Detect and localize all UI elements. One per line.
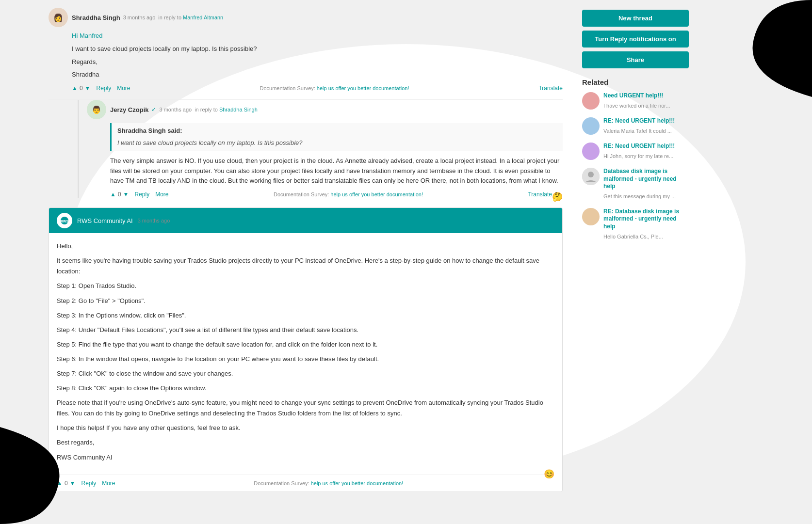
- doc-survey-link-shraddha[interactable]: help us offer you better documentation!: [317, 85, 409, 91]
- vote-down-shraddha[interactable]: ▼: [85, 85, 91, 92]
- related-item-2[interactable]: RE: Need URGENT help!!! Hi John, sorry f…: [582, 143, 689, 160]
- vote-up-jerzy[interactable]: ▲: [110, 191, 116, 198]
- verified-badge-jerzy: ✓: [151, 106, 156, 113]
- ai-step-3: Step 3: In the Options window, click on …: [57, 310, 554, 321]
- ai-step-4: Step 4: Under "Default Files Locations",…: [57, 325, 554, 335]
- ai-response-body: Hello, It seems like you're having troub…: [49, 233, 562, 475]
- related-link-1[interactable]: RE: Need URGENT help!!!: [603, 117, 689, 125]
- more-btn-jerzy[interactable]: More: [155, 191, 168, 198]
- vote-count-shraddha: 0: [80, 85, 83, 92]
- share-btn[interactable]: Share: [582, 51, 689, 68]
- translate-btn-shraddha[interactable]: Translate: [538, 85, 563, 92]
- related-excerpt-3: Get this message during my ...: [603, 193, 676, 199]
- avatar-shraddha: 👩: [49, 8, 68, 27]
- reply-btn-shraddha[interactable]: Reply: [96, 85, 111, 92]
- more-btn-shraddha[interactable]: More: [117, 85, 130, 92]
- timestamp-jerzy: 3 months ago: [159, 107, 192, 112]
- vote-up-shraddha[interactable]: ▲: [72, 85, 78, 92]
- ai-greeting: Hello,: [57, 241, 554, 252]
- vote-up-ai[interactable]: ▲: [57, 480, 63, 487]
- reply-to-shraddha: in reply to Manfred Altmann: [158, 15, 223, 20]
- ai-step-8: Step 8: Click "OK" again to close the Op…: [57, 383, 554, 394]
- related-avatar-4: [582, 208, 600, 225]
- doc-survey-jerzy: Documentation Survey: help us offer you …: [175, 191, 522, 197]
- reply-btn-ai[interactable]: Reply: [81, 480, 96, 487]
- quote-block-jerzy: Shraddha Singh said: I want to save clou…: [110, 123, 563, 151]
- related-excerpt-1: Valeria Maria Tafel It could ...: [603, 128, 672, 134]
- ai-response-header: RWS RWS Community AI 3 months ago: [49, 208, 562, 233]
- reply-to-link-jerzy[interactable]: Shraddha Singh: [219, 107, 258, 112]
- author-jerzy: Jerzy Czopik: [110, 106, 148, 113]
- avatar-jerzy: 👨: [87, 100, 106, 119]
- right-sidebar: New thread Turn Reply notifications on S…: [572, 0, 689, 524]
- svg-point-3: [588, 172, 594, 177]
- reply-notifications-btn[interactable]: Turn Reply notifications on: [582, 31, 689, 48]
- related-avatar-0: [582, 92, 600, 110]
- vote-widget-shraddha: ▲ 0 ▼: [72, 85, 90, 92]
- related-link-0[interactable]: Need URGENT help!!!: [603, 92, 689, 100]
- translate-btn-jerzy[interactable]: Translate: [528, 191, 552, 198]
- ai-signature: RWS Community AI: [57, 452, 554, 463]
- vote-down-ai[interactable]: ▼: [70, 480, 76, 487]
- related-link-3[interactable]: Database disk image is malformed - urgen…: [603, 168, 689, 191]
- jerzy-body-text: The very simple answer is NO. If you use…: [110, 156, 563, 186]
- quote-text-jerzy: I want to save cloud projects locally on…: [117, 138, 557, 148]
- comment-shraddha: 👩 Shraddha Singh 3 months ago in reply t…: [49, 0, 563, 100]
- comment-actions-shraddha: ▲ 0 ▼ Reply More Documentation Survey: h…: [72, 85, 563, 92]
- comment-body-shraddha: Hi Manfred I want to save cloud projects…: [72, 31, 563, 80]
- related-item-4[interactable]: RE: Database disk image is malformed - u…: [582, 208, 689, 240]
- vote-down-jerzy[interactable]: ▼: [123, 191, 129, 198]
- related-item-3[interactable]: Database disk image is malformed - urgen…: [582, 168, 689, 200]
- related-text-1: RE: Need URGENT help!!! Valeria Maria Ta…: [603, 117, 689, 135]
- emoji-jerzy[interactable]: 🤔: [552, 190, 563, 204]
- related-excerpt-4: Hello Gabriella Cs., Ple...: [603, 234, 663, 239]
- related-item-0[interactable]: Need URGENT help!!! I have worked on a f…: [582, 92, 689, 110]
- comment-actions-jerzy: ▲ 0 ▼ Reply More Documentation Survey: h…: [110, 191, 552, 198]
- related-text-3: Database disk image is malformed - urgen…: [603, 168, 689, 200]
- related-text-2: RE: Need URGENT help!!! Hi John, sorry f…: [603, 143, 689, 160]
- new-thread-btn[interactable]: New thread: [582, 10, 689, 27]
- ai-onedrive-note: Please note that if you're using OneDriv…: [57, 397, 554, 419]
- comment-body-jerzy: Shraddha Singh said: I want to save clou…: [110, 123, 563, 186]
- related-text-0: Need URGENT help!!! I have worked on a f…: [603, 92, 689, 110]
- greeting-shraddha: Hi Manfred: [72, 32, 103, 39]
- doc-survey-ai: Documentation Survey: help us offer you …: [121, 480, 536, 486]
- reply-btn-jerzy[interactable]: Reply: [134, 191, 149, 198]
- ai-step-6: Step 6: In the window that opens, naviga…: [57, 354, 554, 365]
- related-title: Related: [582, 78, 689, 86]
- ai-logo: RWS: [57, 213, 72, 228]
- reply-to-link-shraddha[interactable]: Manfred Altmann: [183, 15, 223, 20]
- related-text-4: RE: Database disk image is malformed - u…: [603, 208, 689, 240]
- ai-response-footer: ▲ 0 ▼ Reply More Documentation Survey: h…: [49, 475, 544, 492]
- related-section: Related Need URGENT help!!! I have worke…: [582, 78, 689, 240]
- author-shraddha: Shraddha Singh: [72, 14, 120, 21]
- quote-attribution-jerzy: Shraddha Singh said:: [117, 126, 557, 136]
- related-avatar-1: [582, 117, 600, 135]
- body-line-1: I want to save cloud projects locally on…: [72, 44, 563, 54]
- vote-count-jerzy: 0: [118, 191, 121, 198]
- body-line-3: Shraddha: [72, 70, 563, 80]
- doc-survey-link-ai[interactable]: help us offer you better documentation!: [311, 480, 404, 486]
- related-excerpt-0: I have worked on a file nor...: [603, 103, 670, 109]
- doc-survey-link-jerzy[interactable]: help us offer you better documentation!: [330, 191, 423, 197]
- ai-step-1: Step 1: Open Trados Studio.: [57, 281, 554, 291]
- ai-step-2: Step 2: Go to "File" > "Options".: [57, 296, 554, 306]
- vote-count-ai: 0: [65, 480, 68, 487]
- vote-widget-ai: ▲ 0 ▼: [57, 480, 75, 487]
- body-line-2: Regards,: [72, 57, 563, 67]
- ai-response-box: RWS RWS Community AI 3 months ago Hello,…: [49, 207, 563, 492]
- more-btn-ai[interactable]: More: [102, 480, 115, 487]
- ai-regards: Best regards,: [57, 437, 554, 448]
- ai-timestamp: 3 months ago: [138, 218, 170, 223]
- related-item-1[interactable]: RE: Need URGENT help!!! Valeria Maria Ta…: [582, 117, 689, 135]
- doc-survey-shraddha: Documentation Survey: help us offer you …: [136, 85, 533, 91]
- vote-widget-jerzy: ▲ 0 ▼: [110, 191, 129, 198]
- related-avatar-3: [582, 168, 600, 185]
- related-link-4[interactable]: RE: Database disk image is malformed - u…: [603, 208, 689, 231]
- ai-step-7: Step 7: Click "OK" to close the window a…: [57, 368, 554, 379]
- comment-jerzy: 👨 Jerzy Czopik ✓ 3 months ago in reply t…: [78, 100, 563, 198]
- related-link-2[interactable]: RE: Need URGENT help!!!: [603, 143, 689, 150]
- related-avatar-2: [582, 143, 600, 160]
- emoji-ai[interactable]: 😊: [544, 467, 554, 482]
- ai-body-0: It seems like you're having trouble savi…: [57, 255, 554, 277]
